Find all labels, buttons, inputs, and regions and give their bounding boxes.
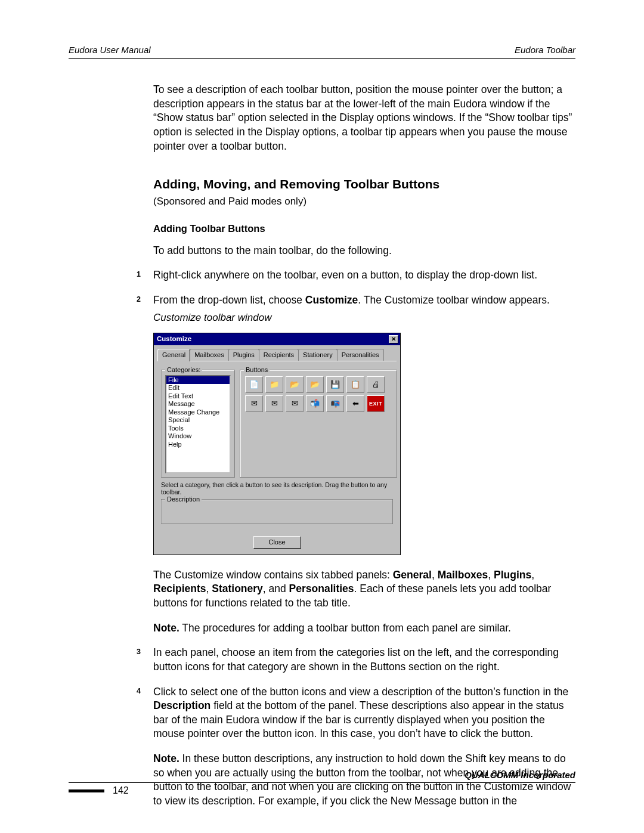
step-4-bold: Description [153,699,210,711]
step-3: 3 In each panel, choose an item from the… [153,646,575,674]
page-number: 142 [113,785,129,796]
step-number: 2 [137,295,141,305]
tab-stationery[interactable]: Stationery [298,349,338,361]
step-2: 2 From the drop-down list, choose Custom… [153,293,575,635]
dialog-tabs: General Mailboxes Plugins Recipients Sta… [154,345,400,361]
buttons-label: Buttons [244,366,270,374]
toolbar-button-icon[interactable]: 📂 [306,376,324,393]
step-4-text-a: Click to select one of the button icons … [153,686,568,698]
toolbar-button-icon[interactable]: ✉ [286,395,304,412]
divider [69,58,575,59]
dialog-title: Customize [157,335,191,344]
step-2-text-c: . The Customize toolbar window appears. [358,294,550,306]
dialog-title-bar: Customize ✕ [154,333,400,345]
subsection-heading: Adding Toolbar Buttons [153,222,575,235]
close-icon[interactable]: ✕ [389,335,398,343]
intro-paragraph: To see a description of each toolbar but… [153,83,575,153]
toolbar-button-icon[interactable]: 🖨 [367,376,385,393]
tab-general[interactable]: General [157,349,190,361]
figure-caption: Customize toolbar window [153,311,575,325]
section-heading: Adding, Moving, and Removing Toolbar But… [153,176,575,193]
sub-intro: To add buttons to the main toolbar, do t… [153,244,575,258]
step-1-text: Right-click anywhere on the toolbar, eve… [153,269,537,281]
toolbar-button-icon[interactable]: 💾 [326,376,344,393]
list-item[interactable]: Edit Text [166,392,230,401]
tab-plugins[interactable]: Plugins [228,349,259,361]
toolbar-button-icon[interactable]: 📭 [326,395,344,412]
step-4-text-c: field at the bottom of the panel. These … [153,699,564,739]
after-text-1: The Customize window contains six tabbed… [153,568,575,611]
header-right: Eudora Toolbar [515,45,575,55]
footer-brand: QUALCOMM Incorporated [69,770,575,780]
toolbar-button-icon[interactable]: ⬅ [346,395,364,412]
categories-label: Categories: [165,366,202,374]
close-button[interactable]: Close [253,536,301,549]
tab-personalities[interactable]: Personalities [337,349,384,361]
divider [69,782,575,783]
list-item[interactable]: Tools [166,425,230,433]
step-number: 1 [137,270,141,280]
toolbar-button-icon[interactable]: 📂 [286,376,304,393]
list-item[interactable]: Special [166,416,230,425]
note-1: Note. The procedures for adding a toolba… [153,621,575,636]
toolbar-button-icon[interactable]: 📁 [265,376,283,393]
step-2-text-a: From the drop-down list, choose [153,294,305,306]
list-item[interactable]: Help [166,441,230,449]
toolbar-button-icon[interactable]: ✉ [245,395,263,412]
list-item[interactable]: Window [166,432,230,441]
tab-mailboxes[interactable]: Mailboxes [190,349,229,361]
toolbar-button-icon[interactable]: 📬 [306,395,324,412]
step-number: 4 [137,686,141,696]
list-item[interactable]: File [166,376,230,385]
categories-listbox[interactable]: File Edit Edit Text Message Message Chan… [165,375,231,473]
header-left: Eudora User Manual [69,45,151,55]
step-3-text: In each panel, choose an item from the c… [153,646,559,673]
toolbar-button-icon[interactable]: 📋 [346,376,364,393]
toolbar-button-icon[interactable]: 📄 [245,376,263,393]
description-label: Description [165,495,202,504]
tab-recipients[interactable]: Recipients [259,349,299,361]
list-item[interactable]: Edit [166,384,230,392]
toolbar-button-icon[interactable]: ✉ [265,395,283,412]
step-2-bold: Customize [305,294,358,306]
list-item[interactable]: Message [166,400,230,408]
step-1: 1 Right-click anywhere on the toolbar, e… [153,268,575,283]
customize-dialog: Customize ✕ General Mailboxes Plugins Re… [153,333,401,555]
list-item[interactable]: Message Change [166,408,230,417]
step-number: 3 [137,647,141,657]
section-subhead: (Sponsored and Paid modes only) [153,195,575,209]
toolbar-button-grid: 📄 📁 📂 📂 💾 📋 🖨 ✉ ✉ ✉ [244,375,393,413]
dialog-instruction: Select a category, then click a button t… [161,481,393,496]
page-marker [69,789,104,792]
exit-button[interactable]: EXIT [367,395,385,412]
